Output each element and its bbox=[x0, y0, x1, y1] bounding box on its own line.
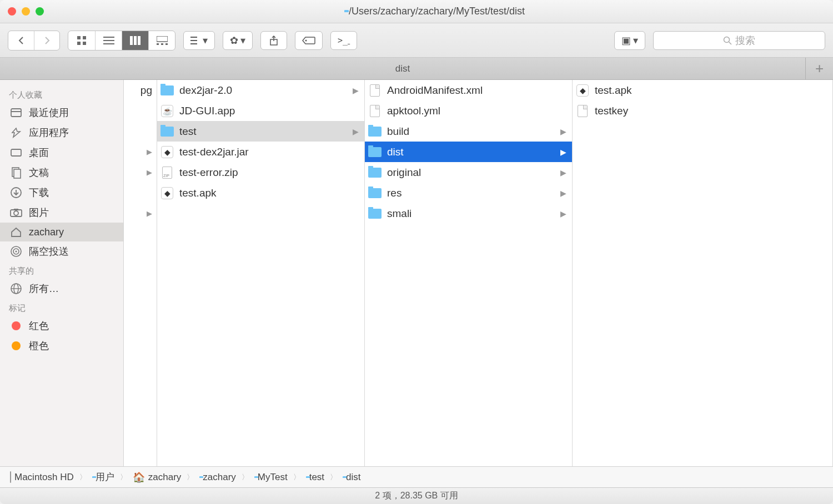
icon-view-button[interactable] bbox=[68, 31, 95, 50]
file-row[interactable]: ◆test-dex2jar.jar bbox=[157, 142, 364, 162]
pictures-icon bbox=[9, 206, 23, 219]
svg-rect-15 bbox=[190, 40, 197, 41]
file-label: test.apk bbox=[595, 84, 827, 97]
file-row[interactable]: ◆test.apk bbox=[573, 80, 832, 100]
sidebar-item-airdrop[interactable]: 隔空投送 bbox=[0, 241, 123, 261]
chevron-down-icon: ▾ bbox=[240, 34, 245, 47]
file-row[interactable]: AndroidManifest.xml bbox=[365, 80, 572, 100]
arrange-button[interactable]: ▾ bbox=[183, 31, 215, 50]
folder-icon bbox=[368, 125, 382, 138]
chevron-right-icon: ▶ bbox=[560, 168, 566, 177]
file-row[interactable]: dex2jar-2.0▶ bbox=[157, 80, 364, 100]
column-view-button[interactable] bbox=[122, 31, 148, 50]
path-label: MyTest bbox=[258, 472, 288, 483]
path-segment[interactable]: zachary bbox=[199, 472, 236, 483]
sidebar-item-all-shared[interactable]: 所有… bbox=[0, 279, 123, 299]
search-icon bbox=[723, 36, 732, 45]
file-label: res bbox=[387, 187, 555, 199]
chevron-right-icon: ▶ bbox=[560, 127, 566, 136]
tag-dot-icon bbox=[9, 340, 23, 352]
sidebar-item-home[interactable]: zachary bbox=[0, 223, 123, 241]
file-row[interactable]: ◆test.apk bbox=[157, 183, 364, 203]
action-button[interactable]: ✿ ▾ bbox=[223, 31, 253, 50]
file-row[interactable]: original▶ bbox=[365, 162, 572, 183]
sidebar-item-label: zachary bbox=[29, 226, 64, 238]
sidebar-item-label: 文稿 bbox=[29, 166, 49, 179]
file-label: original bbox=[387, 167, 555, 179]
path-segment[interactable]: 🏠zachary bbox=[133, 471, 182, 483]
sidebar-item-pictures[interactable]: 图片 bbox=[0, 203, 123, 223]
zoom-button[interactable] bbox=[36, 7, 44, 16]
svg-rect-2 bbox=[77, 42, 81, 45]
tags-button[interactable] bbox=[295, 31, 323, 50]
peek-row[interactable]: pg bbox=[124, 80, 157, 100]
hd-icon bbox=[10, 472, 11, 483]
sidebar-item-applications[interactable]: 应用程序 bbox=[0, 123, 123, 143]
svg-point-18 bbox=[305, 39, 307, 41]
window-title: /Users/zachary/zachary/MyTest/test/dist bbox=[44, 6, 825, 17]
peek-row[interactable]: ▶ bbox=[124, 142, 157, 162]
file-row[interactable]: build▶ bbox=[365, 121, 572, 142]
svg-line-20 bbox=[729, 42, 732, 44]
xml-icon bbox=[368, 84, 382, 97]
path-segment[interactable]: 用户 bbox=[92, 471, 114, 483]
path-segment[interactable]: dist bbox=[343, 472, 360, 483]
svg-rect-21 bbox=[11, 109, 21, 117]
list-view-button[interactable] bbox=[95, 31, 122, 50]
chevron-right-icon: ▶ bbox=[147, 209, 152, 218]
peek-row[interactable]: ▶ bbox=[124, 203, 157, 224]
file-row[interactable]: test-error.zip bbox=[157, 162, 364, 183]
sidebar-item-label: 隔空投送 bbox=[29, 245, 69, 258]
close-button[interactable] bbox=[8, 7, 16, 16]
path-label: Macintosh HD bbox=[14, 472, 74, 483]
path-segment[interactable]: MyTest bbox=[254, 472, 288, 483]
downloads-icon bbox=[9, 187, 23, 199]
minimize-button[interactable] bbox=[22, 7, 30, 16]
sidebar-item-recent[interactable]: 最近使用 bbox=[0, 103, 123, 123]
back-button[interactable] bbox=[8, 31, 34, 50]
sidebar-item-desktop[interactable]: 桌面 bbox=[0, 143, 123, 163]
path-label: zachary bbox=[148, 472, 182, 483]
sidebar-item-label: 图片 bbox=[29, 206, 49, 219]
sidebar-header-tags: 标记 bbox=[0, 299, 123, 316]
file-row[interactable]: smali▶ bbox=[365, 203, 572, 224]
dropbox-button[interactable]: ▣ ▾ bbox=[614, 31, 645, 50]
content-body: 个人收藏 最近使用 应用程序 桌面 文稿 下载 图片 zachary 隔空投送 … bbox=[0, 80, 833, 466]
peek-text: pg bbox=[140, 84, 152, 97]
file-label: build bbox=[387, 125, 555, 138]
share-button[interactable] bbox=[260, 31, 287, 50]
sidebar-tag-red[interactable]: 红色 bbox=[0, 316, 123, 336]
folder-icon bbox=[368, 145, 382, 159]
sidebar-item-label: 最近使用 bbox=[29, 106, 69, 119]
sidebar-item-documents[interactable]: 文稿 bbox=[0, 163, 123, 183]
path-segment[interactable]: Macintosh HD bbox=[10, 472, 74, 483]
sidebar-tag-orange[interactable]: 橙色 bbox=[0, 336, 123, 356]
prompt-icon: >_ bbox=[338, 36, 350, 46]
file-row[interactable]: testkey bbox=[573, 100, 832, 121]
search-input[interactable]: 搜索 bbox=[653, 31, 825, 50]
file-row[interactable]: res▶ bbox=[365, 183, 572, 203]
file-icon bbox=[576, 104, 589, 118]
column-3: ◆test.apk testkey bbox=[573, 80, 833, 466]
svg-rect-23 bbox=[11, 149, 21, 156]
gallery-view-button[interactable] bbox=[148, 31, 175, 50]
app-icon: ☕ bbox=[160, 104, 174, 118]
file-row[interactable]: ☕JD-GUI.app bbox=[157, 100, 364, 121]
file-row[interactable]: apktool.yml bbox=[365, 100, 572, 121]
svg-rect-3 bbox=[83, 42, 86, 45]
path-segment[interactable]: test bbox=[306, 472, 324, 483]
file-row[interactable]: dist▶ bbox=[365, 142, 572, 162]
svg-rect-4 bbox=[103, 37, 114, 38]
new-tab-button[interactable]: + bbox=[805, 58, 833, 79]
airdrop-icon bbox=[9, 245, 23, 258]
tab-dist[interactable]: dist bbox=[0, 58, 805, 79]
chevron-right-icon: ▶ bbox=[560, 189, 566, 198]
jar-icon: ◆ bbox=[160, 145, 174, 159]
forward-button[interactable] bbox=[34, 31, 59, 50]
terminal-button[interactable]: >_ bbox=[330, 31, 357, 50]
peek-row[interactable]: ▶ bbox=[124, 162, 157, 183]
chevron-right-icon: 〉 bbox=[293, 472, 300, 482]
sidebar-item-downloads[interactable]: 下载 bbox=[0, 183, 123, 203]
box-icon: ▣ bbox=[621, 34, 631, 47]
file-row[interactable]: test▶ bbox=[157, 121, 364, 142]
